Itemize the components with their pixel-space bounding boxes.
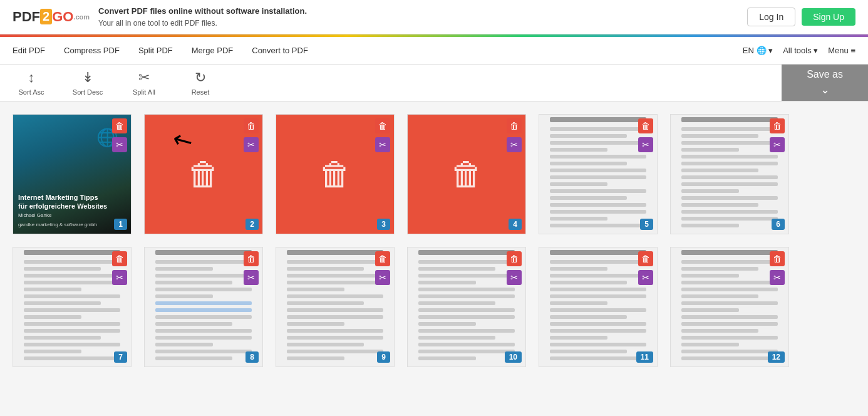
doc-line [550,308,646,312]
doc-line [24,250,120,255]
doc-line [24,322,120,326]
doc-line [550,329,646,333]
doc-line [681,308,739,312]
doc-line [418,274,514,278]
doc-line [24,356,120,360]
sort-asc-button[interactable]: ↕︎ Sort Asc [13,70,50,96]
doc-lines [282,247,388,367]
doc-line [155,329,251,333]
scissor-button[interactable]: ✂ [507,137,522,152]
doc-line [418,336,495,340]
nav-merge-pdf[interactable]: Merge PDF [192,46,233,55]
split-all-icon: ✂ [138,70,150,86]
scissor-button[interactable]: ✂ [770,137,785,152]
doc-line [550,182,607,186]
main-menu[interactable]: Menu ≡ [828,46,855,55]
delete-button[interactable]: 🗑 [244,118,259,133]
doc-line [418,329,514,333]
cover-content: Internet Marketing Tippsfür erfolgreiche… [18,193,112,227]
doc-line [287,343,364,346]
delete-button[interactable]: 🗑 [112,251,127,266]
doc-line [681,343,739,346]
scissor-button[interactable]: ✂ [244,137,259,152]
doc-line [24,336,101,340]
doc-line [418,356,476,360]
doc-line [24,281,120,284]
scissor-button[interactable]: ✂ [375,137,390,152]
doc-line [550,189,646,193]
scissor-button[interactable]: ✂ [375,270,390,285]
scissor-button[interactable]: ✂ [244,270,259,285]
doc-line [155,336,251,340]
doc-line [550,210,646,214]
doc-line [155,274,251,278]
doc-line [681,267,758,271]
doc-line [681,281,777,284]
doc-line [681,141,777,145]
split-all-label: Split All [133,88,155,96]
delete-button[interactable]: 🗑 [375,251,390,266]
doc-line [287,250,383,255]
doc-line [24,294,120,298]
doc-line [24,315,81,319]
delete-button[interactable]: 🗑 [244,251,259,266]
signup-button[interactable]: Sign Up [802,8,855,26]
logo-2: 2 [40,9,52,24]
doc-line [681,169,758,172]
doc-line [550,217,607,221]
save-as-button[interactable]: Save as ⌄ [782,65,868,101]
language-selector[interactable]: EN 🌐 ▾ [743,46,773,55]
delete-button[interactable]: 🗑 [112,118,127,133]
reset-button[interactable]: ↻ Reset [182,70,219,96]
delete-button[interactable]: 🗑 [507,118,522,133]
nav-convert-pdf[interactable]: Convert to PDF [252,46,308,55]
scissor-button[interactable]: ✂ [112,270,127,285]
doc-line [550,322,646,326]
doc-line [550,288,646,291]
sort-desc-button[interactable]: ↡ Sort Desc [69,70,106,96]
content: ↖ 🌐 Internet Marketing Tippsfür erfolgre… [0,101,868,380]
doc-line [287,336,383,340]
delete-button[interactable]: 🗑 [638,251,653,266]
scissor-button[interactable]: ✂ [507,270,522,285]
doc-line [155,308,251,312]
scissor-button[interactable]: ✂ [770,270,785,285]
doc-line [155,315,251,319]
doc-line [155,260,251,264]
nav-edit-pdf[interactable]: Edit PDF [13,46,45,55]
doc-line [550,260,646,264]
scissor-button[interactable]: ✂ [638,270,653,285]
doc-line [24,308,120,312]
reset-icon: ↻ [195,70,206,86]
delete-button[interactable]: 🗑 [375,118,390,133]
tagline: Convert PDF files online without softwar… [98,5,307,29]
cover-title: Internet Marketing Tippsfür erfolgreiche… [18,193,112,211]
split-all-button[interactable]: ✂ Split All [125,70,163,96]
delete-button[interactable]: 🗑 [638,118,653,133]
doc-line [681,155,777,159]
delete-button[interactable]: 🗑 [770,118,785,133]
doc-lines [413,247,519,367]
all-tools-menu[interactable]: All tools ▾ [783,46,818,55]
delete-button[interactable]: 🗑 [507,251,522,266]
doc-line [287,322,344,326]
doc-line [550,175,646,179]
scissor-button[interactable]: ✂ [112,137,127,152]
nav-split-pdf[interactable]: Split PDF [138,46,173,55]
cover-subtitle: Michael Ganke [18,212,112,218]
doc-line [550,267,607,271]
doc-line [418,350,514,353]
doc-lines [19,247,125,367]
doc-line [24,301,101,305]
doc-line [681,162,777,165]
doc-line [418,281,476,284]
delete-button[interactable]: 🗑 [770,251,785,266]
toolbar: ↕︎ Sort Asc ↡ Sort Desc ✂ Split All ↻ Re… [0,65,868,101]
doc-line [550,274,646,278]
doc-line [287,288,344,291]
login-button[interactable]: Log In [747,8,795,26]
nav-compress-pdf[interactable]: Compress PDF [64,46,120,55]
scissor-button[interactable]: ✂ [638,137,653,152]
doc-line [681,350,777,353]
doc-line [681,322,777,326]
